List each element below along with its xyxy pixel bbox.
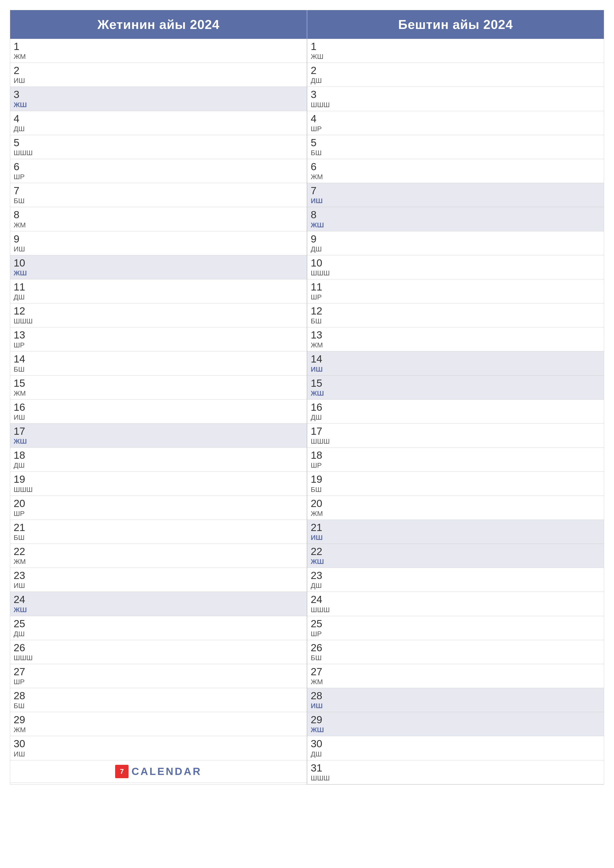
day-number: 21 bbox=[14, 522, 31, 533]
day-row: 13ШР bbox=[10, 327, 307, 351]
day-number: 5 bbox=[311, 137, 328, 149]
day-number: 2 bbox=[311, 65, 328, 76]
day-row: 29ЖМ bbox=[10, 712, 307, 736]
day-row: 17ЖШ bbox=[10, 424, 307, 448]
day-cell: 24ЖШ bbox=[10, 592, 35, 615]
day-abbr: ЖМ bbox=[311, 510, 328, 518]
day-abbr: ШШШ bbox=[311, 101, 330, 109]
day-cell: 27ЖМ bbox=[307, 664, 332, 688]
day-number: 9 bbox=[14, 233, 31, 245]
day-abbr: ШР bbox=[14, 678, 31, 686]
day-abbr: ЖШ bbox=[311, 53, 328, 60]
day-abbr: ЖШ bbox=[311, 726, 328, 734]
day-cell: 18ШР bbox=[307, 448, 332, 471]
day-row: 28ИШ bbox=[307, 688, 604, 712]
day-row: 22ЖШ bbox=[307, 544, 604, 568]
day-abbr: ЖМ bbox=[311, 341, 328, 349]
day-number: 23 bbox=[14, 570, 31, 581]
day-cell: 1ЖШ bbox=[307, 39, 332, 63]
day-abbr: ЖМ bbox=[14, 558, 31, 566]
day-abbr: ШШШ bbox=[311, 269, 330, 277]
logo: 7CALENDAR bbox=[115, 765, 202, 778]
day-abbr: ИШ bbox=[14, 414, 31, 422]
day-row: 27ШР bbox=[10, 664, 307, 688]
day-row: 25ШР bbox=[307, 616, 604, 640]
day-abbr: ШР bbox=[14, 173, 31, 181]
day-number: 17 bbox=[14, 426, 31, 437]
day-row: 23ИШ bbox=[10, 568, 307, 592]
day-abbr: ЖШ bbox=[14, 437, 31, 445]
day-row: 18ШР bbox=[307, 448, 604, 471]
day-abbr: ЖМ bbox=[311, 678, 328, 686]
day-row: 10ШШШ bbox=[307, 255, 604, 279]
day-cell: 4ШР bbox=[307, 111, 332, 135]
day-number: 1 bbox=[311, 41, 328, 52]
day-number: 24 bbox=[14, 594, 31, 605]
day-row: 20ШР bbox=[10, 496, 307, 520]
day-number: 25 bbox=[14, 618, 31, 629]
day-cell: 16ИШ bbox=[10, 400, 35, 423]
day-abbr: ИШ bbox=[311, 702, 328, 710]
day-cell: 11ШР bbox=[307, 279, 332, 303]
day-row: 5ШШШ bbox=[10, 135, 307, 159]
day-cell: 3ЖШ bbox=[10, 87, 35, 111]
day-cell: 19ШШШ bbox=[10, 471, 36, 495]
day-row: 8ЖШ bbox=[307, 207, 604, 231]
day-number: 14 bbox=[311, 353, 328, 365]
day-abbr: ДШ bbox=[311, 582, 328, 590]
day-row: 3ЖШ bbox=[10, 87, 307, 111]
day-number: 11 bbox=[311, 281, 328, 293]
day-abbr: ДШ bbox=[14, 125, 31, 133]
day-number: 29 bbox=[311, 714, 328, 725]
day-abbr: ДШ bbox=[311, 245, 328, 253]
day-cell: 1ЖМ bbox=[10, 39, 35, 63]
day-row: 24ЖШ bbox=[10, 592, 307, 616]
day-cell: 14ИШ bbox=[307, 351, 332, 375]
day-cell: 2ИШ bbox=[10, 63, 35, 87]
day-cell: 8ЖМ bbox=[10, 207, 35, 231]
day-number: 8 bbox=[311, 209, 328, 220]
day-abbr: ШР bbox=[311, 630, 328, 638]
day-cell: 5БШ bbox=[307, 135, 332, 159]
day-number: 7 bbox=[14, 185, 31, 197]
day-row: 9ИШ bbox=[10, 231, 307, 255]
day-abbr: ЖМ bbox=[311, 173, 328, 181]
day-abbr: ИШ bbox=[14, 77, 31, 85]
day-row: 5БШ bbox=[307, 135, 604, 159]
day-row: 4ДШ bbox=[10, 111, 307, 135]
day-abbr: ИШ bbox=[311, 366, 328, 374]
day-abbr: ШР bbox=[311, 462, 328, 470]
day-row: 6ШР bbox=[10, 159, 307, 183]
day-abbr: ДШ bbox=[311, 77, 328, 85]
day-cell: 22ЖШ bbox=[307, 544, 332, 567]
day-cell: 26БШ bbox=[307, 640, 332, 664]
day-row: 16ДШ bbox=[307, 400, 604, 424]
day-cell: 26ШШШ bbox=[10, 640, 36, 664]
day-number: 17 bbox=[311, 426, 330, 437]
calendar-container: Жетинин айы 20241ЖМ2ИШ3ЖШ4ДШ5ШШШ6ШР7БШ8Ж… bbox=[10, 10, 604, 784]
day-abbr: ИШ bbox=[14, 582, 31, 590]
day-row: 13ЖМ bbox=[307, 327, 604, 351]
day-cell: 10ШШШ bbox=[307, 255, 333, 279]
day-row: 1ЖМ bbox=[10, 39, 307, 63]
day-abbr: ЖШ bbox=[311, 389, 328, 397]
day-row: 23ДШ bbox=[307, 568, 604, 592]
day-cell: 16ДШ bbox=[307, 400, 332, 423]
day-row: 30ИШ bbox=[10, 736, 307, 760]
calendar-right: Бештин айы 20241ЖШ2ДШ3ШШШ4ШР5БШ6ЖМ7ИШ8ЖШ… bbox=[307, 10, 604, 784]
day-number: 25 bbox=[311, 618, 328, 629]
day-abbr: ШШШ bbox=[14, 654, 33, 662]
day-number: 15 bbox=[311, 378, 328, 389]
day-number: 6 bbox=[311, 161, 328, 172]
day-cell: 3ШШШ bbox=[307, 87, 333, 111]
day-row: 24ШШШ bbox=[307, 592, 604, 616]
day-number: 16 bbox=[14, 401, 31, 413]
day-abbr: БШ bbox=[311, 654, 328, 662]
day-cell: 27ШР bbox=[10, 664, 35, 688]
day-number: 10 bbox=[14, 257, 31, 269]
day-number: 5 bbox=[14, 137, 33, 149]
day-abbr: ИШ bbox=[311, 534, 328, 542]
day-number: 16 bbox=[311, 401, 328, 413]
day-row: 15ЖШ bbox=[307, 376, 604, 400]
day-abbr: ШШШ bbox=[14, 486, 33, 494]
